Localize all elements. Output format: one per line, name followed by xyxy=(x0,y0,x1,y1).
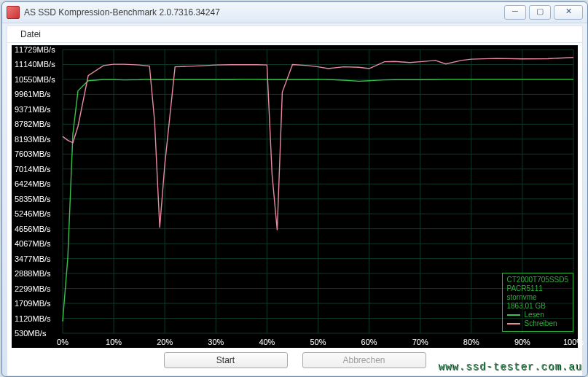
legend-capacity: 1863,01 GB xyxy=(507,302,569,311)
legend-device: CT2000T705SSD5 xyxy=(507,276,569,284)
y-tick-label: 6424MB/s xyxy=(15,179,51,188)
x-tick-label: 100% xyxy=(563,338,584,346)
x-tick-label: 60% xyxy=(361,338,377,346)
legend-swatch-read xyxy=(507,314,520,316)
y-tick-label: 530MB/s xyxy=(15,329,46,338)
menubar: Datei xyxy=(7,26,583,43)
x-tick-label: 30% xyxy=(208,338,224,346)
x-tick-label: 40% xyxy=(259,338,275,346)
y-tick-label: 2299MB/s xyxy=(15,284,51,293)
x-tick-label: 90% xyxy=(514,338,530,346)
legend-write-label: Schreiben xyxy=(525,319,557,328)
legend-firmware: PACR5111 xyxy=(507,284,569,293)
window-title: AS SSD Kompression-Benchmark 2.0.7316.34… xyxy=(24,7,504,18)
y-tick-label: 8193MB/s xyxy=(15,135,51,144)
menu-datei[interactable]: Datei xyxy=(13,28,48,41)
close-button[interactable]: ✕ xyxy=(554,5,583,20)
y-tick-label: 7603MB/s xyxy=(15,149,51,158)
y-tick-label: 1709MB/s xyxy=(15,299,51,308)
y-tick-label: 11140MB/s xyxy=(15,60,55,69)
y-tick-label: 8782MB/s xyxy=(15,120,51,128)
legend-read-label: Lesen xyxy=(525,311,544,319)
y-tick-label: 4067MB/s xyxy=(15,239,51,248)
button-bar: Start Abbrechen xyxy=(12,348,578,373)
y-tick-label: 5246MB/s xyxy=(15,209,51,218)
legend-swatch-write xyxy=(507,323,520,324)
y-tick-label: 2888MB/s xyxy=(15,269,51,278)
y-tick-label: 5835MB/s xyxy=(15,195,51,203)
x-tick-label: 50% xyxy=(310,338,326,346)
x-tick-label: 80% xyxy=(463,338,479,346)
cancel-button[interactable]: Abbrechen xyxy=(302,352,426,368)
y-tick-label: 10550MB/s xyxy=(15,75,55,84)
x-tick-label: 20% xyxy=(157,338,173,346)
y-tick-label: 4656MB/s xyxy=(15,225,51,233)
app-icon xyxy=(7,6,20,19)
legend-driver: stornvme xyxy=(507,293,569,302)
y-tick-label: 9371MB/s xyxy=(15,105,51,114)
y-tick-label: 11729MB/s xyxy=(15,45,55,54)
x-tick-label: 0% xyxy=(57,338,68,346)
x-tick-label: 10% xyxy=(106,338,122,346)
minimize-button[interactable]: ─ xyxy=(504,5,526,20)
y-tick-label: 3477MB/s xyxy=(15,254,51,263)
y-tick-label: 7014MB/s xyxy=(15,165,51,174)
titlebar: AS SSD Kompression-Benchmark 2.0.7316.34… xyxy=(2,2,587,23)
y-tick-label: 1120MB/s xyxy=(15,314,51,323)
maximize-button[interactable]: ▢ xyxy=(529,5,551,20)
benchmark-chart: CT2000T705SSD5 PACR5111 stornvme 1863,01… xyxy=(12,45,578,348)
y-tick-label: 9961MB/s xyxy=(15,90,51,98)
x-tick-label: 70% xyxy=(412,338,428,346)
start-button[interactable]: Start xyxy=(164,352,288,368)
chart-legend: CT2000T705SSD5 PACR5111 stornvme 1863,01… xyxy=(502,273,574,332)
